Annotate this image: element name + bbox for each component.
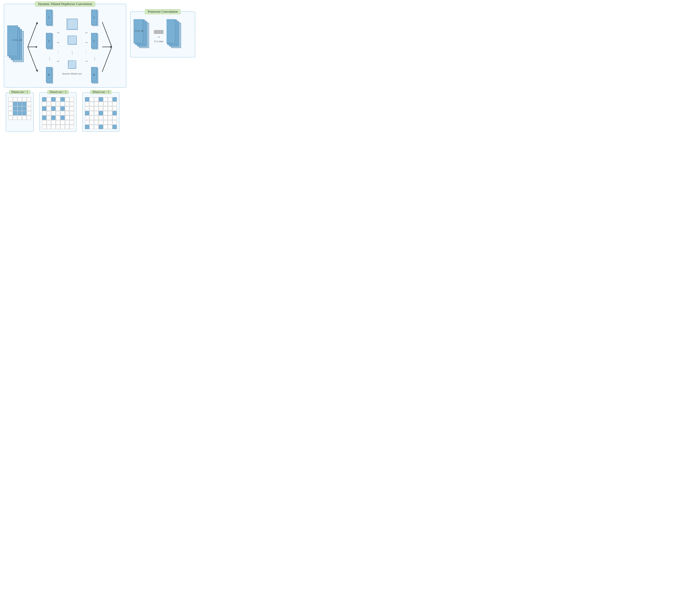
output-channel-slabs: 1 2 ⋮ N bbox=[90, 9, 99, 84]
merge-arrows bbox=[101, 12, 117, 81]
dddc-title: Dynamic Dilated Depthwise Convolution bbox=[35, 2, 95, 6]
svg-text:1 2 3…N: 1 2 3…N bbox=[12, 39, 22, 41]
svg-line-5 bbox=[28, 22, 37, 47]
conv-label: dynamic dilated conv bbox=[62, 72, 82, 75]
channel-slabs: 1 2 ⋮ bbox=[45, 9, 54, 84]
svg-text:N: N bbox=[93, 73, 95, 76]
dddc-box: Dynamic Dilated Depthwise Convolution 1 … bbox=[4, 4, 126, 88]
dilated-grid-3 bbox=[85, 97, 117, 129]
channel-dots: ⋮ bbox=[48, 56, 51, 61]
dilated-grid-1 bbox=[8, 97, 31, 120]
svg-text:1: 1 bbox=[48, 16, 50, 19]
dilated-grid-2 bbox=[42, 97, 74, 129]
svg-line-9 bbox=[28, 47, 37, 72]
svg-rect-79 bbox=[167, 19, 175, 43]
svg-text:2: 2 bbox=[48, 39, 50, 42]
conv1x1-label: 1×1 conv bbox=[154, 40, 164, 43]
dilated-rate-1-title: Dilated rate = 1 bbox=[9, 90, 30, 94]
svg-text:1: 1 bbox=[93, 16, 95, 19]
svg-line-59 bbox=[102, 22, 112, 47]
split-arrows bbox=[27, 12, 42, 81]
dilated-rate-2-box: Dilated rate = 2 bbox=[40, 92, 77, 132]
dilated-rates-area: Dilated rate = 1 Dilated rate = 2 bbox=[4, 92, 226, 132]
dilated-rate-1-box: Dilated rate = 1 bbox=[6, 92, 34, 132]
dilated-rate-3-box: Dilated rate = 3 bbox=[82, 92, 120, 132]
dilated-rate-3-title: Dilated rate = 3 bbox=[90, 90, 111, 94]
svg-line-61 bbox=[102, 47, 112, 72]
svg-marker-8 bbox=[36, 46, 37, 48]
pwc-title: Pointwise Convolution bbox=[145, 9, 180, 14]
conv-kernels: ⋮ dynamic dilated conv bbox=[62, 19, 82, 75]
pwc-box: Pointwise Convolution 1 2 3…N bbox=[130, 11, 195, 57]
dilated-rate-2-title: Dilated rate = 2 bbox=[48, 90, 69, 94]
svg-text:2: 2 bbox=[93, 39, 95, 42]
svg-text:N: N bbox=[48, 73, 50, 76]
svg-text:1 2 3…N: 1 2 3…N bbox=[134, 29, 143, 32]
input-feature-map: 1 2 3…N bbox=[7, 25, 25, 68]
